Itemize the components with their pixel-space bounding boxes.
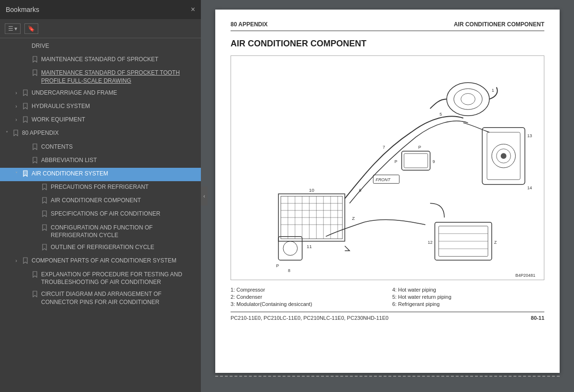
pdf-viewer: 80 APPENDIX AIR CONDITIONER COMPONENT AI… [201,0,574,392]
svg-text:13: 13 [527,133,532,138]
bookmark-item-abbreviation[interactable]: ABBREVIATION LIST [0,154,201,168]
bookmark-label: MAINTENANCE STANDARD OF SPROCKET [39,55,197,64]
legend-item: 5: Hot water return piping [392,294,544,300]
expand-icon-work-equip[interactable]: › [11,117,21,123]
svg-text:6: 6 [359,188,362,193]
pdf-diagram: 10 11 Z 1 5 [231,55,544,280]
bookmark-label: COMPONENT PARTS OF AIR CONDITIONER SYSTE… [30,257,197,265]
svg-text:12: 12 [428,240,432,245]
bookmark-item-component-parts[interactable]: ›COMPONENT PARTS OF AIR CONDITIONER SYST… [0,255,201,268]
bookmark-item-ac-system[interactable]: ˅AIR CONDITIONER SYSTEM [0,168,201,181]
bookmark-label: AIR CONDITIONER SYSTEM [30,170,197,178]
bookmark-label: WORK EQUIPMENT [30,116,197,124]
bookmark-item-ac-component[interactable]: AIR CONDITIONER COMPONENT [0,195,201,208]
pdf-header-right: AIR CONDITIONER COMPONENT [454,21,544,28]
expand-icon-appendix[interactable]: ˅ [2,130,11,137]
bookmark-flag-icon [31,56,39,65]
bookmark-flag-icon [40,210,49,219]
diagram-code: B4P20481 [516,273,536,278]
expand-icon-undercarriage[interactable]: › [11,90,21,97]
bookmark-label: CIRCUIT DIAGRAM AND ARRANGEMENT OF CONNE… [39,290,197,306]
svg-text:P: P [276,263,279,268]
pdf-page-title: AIR CONDITIONER COMPONENT [231,39,544,49]
svg-text:9: 9 [432,159,435,164]
svg-text:1: 1 [492,88,494,93]
bookmark-item-config-function[interactable]: CONFIGURATION AND FUNCTION OF REFRIGERAT… [0,222,201,242]
pdf-header-left: 80 APPENDIX [231,21,268,28]
bookmark-label: DRIVE [30,42,197,50]
diagram-svg: 10 11 Z 1 5 [231,56,544,280]
legend-item: 1: Compressor [231,287,383,293]
bookmark-item-explanation[interactable]: EXPLANATION OF PROCEDURE FOR TESTING AND… [0,269,201,289]
pdf-legend: 1: Compressor4: Hot water piping2: Conde… [231,287,544,307]
bookmark-label: EXPLANATION OF PROCEDURE FOR TESTING AND… [39,271,197,287]
dropdown-icon: ▾ [14,25,17,32]
svg-point-27 [501,153,507,159]
bookmark-flag-icon [31,157,39,166]
bookmark-flag-icon [40,184,49,193]
svg-text:FRONT: FRONT [375,177,390,182]
bookmark-flag-icon [40,197,49,206]
bookmarks-panel: Bookmarks × ☰ ▾ 🔖 DRIVEMAINTENANCE STAND… [0,0,201,392]
svg-text:P: P [395,159,397,164]
svg-text:10: 10 [309,187,315,193]
legend-item: 2: Condenser [231,294,383,300]
page-separator [215,376,560,377]
bookmark-flag-icon [31,271,39,280]
legend-item: 4: Hot water piping [392,287,544,293]
bookmark-flag-icon [21,89,30,98]
bookmark-item-drive[interactable]: DRIVE [0,40,201,54]
bookmarks-title: Bookmarks [6,6,39,13]
svg-text:14: 14 [527,185,532,190]
svg-text:5: 5 [440,112,442,117]
legend-item: 3: Modulator(Containing desiccant) [231,301,383,307]
svg-text:Z: Z [352,216,355,221]
pdf-page-number: 80-11 [531,315,544,321]
bookmark-label: CONFIGURATION AND FUNCTION OF REFRIGERAT… [49,224,197,240]
bookmark-item-contents[interactable]: CONTENTS [0,141,201,154]
bookmark-flag-icon [21,103,30,112]
pdf-footer-models: PC210-11E0, PC210LC-11E0, PC210NLC-11E0,… [231,315,388,321]
svg-text:Z: Z [494,240,497,245]
bookmark-icon: 🔖 [28,25,35,32]
bookmark-item-specifications[interactable]: SPECIFICATIONS OF AIR CONDITIONER [0,208,201,221]
bookmark-item-appendix[interactable]: ˅80 APPENDIX [0,127,201,141]
bookmarks-list: DRIVEMAINTENANCE STANDARD OF SPROCKETMAI… [0,38,201,392]
bookmark-flag-icon [21,170,30,179]
bookmark-item-undercarriage[interactable]: ›UNDERCARRIAGE AND FRAME [0,87,201,100]
bookmark-label: HYDRAULIC SYSTEM [30,102,197,110]
bookmark-label: UNDERCARRIAGE AND FRAME [30,89,197,97]
svg-text:11: 11 [307,244,312,249]
pdf-header: 80 APPENDIX AIR CONDITIONER COMPONENT [231,21,544,31]
bookmark-flag-icon [21,116,30,125]
expand-icon-hydraulic[interactable]: › [11,103,21,110]
toolbar-bookmark-button[interactable]: 🔖 [24,23,38,34]
svg-text:8: 8 [288,268,290,273]
bookmark-label: ABBREVIATION LIST [39,156,197,164]
bookmark-label: MAINTENANCE STANDARD OF SPROCKET TOOTH P… [39,69,197,85]
bookmark-item-hydraulic[interactable]: ›HYDRAULIC SYSTEM [0,100,201,114]
bookmark-flag-icon [31,69,39,78]
bookmark-flag-icon [21,257,30,266]
collapse-panel-button[interactable]: ‹ [201,186,208,206]
bookmark-label: 80 APPENDIX [20,129,197,137]
bookmark-label: PRECAUTIONS FOR REFRIGERANT [49,183,197,191]
bookmark-flag-icon [31,143,39,152]
toolbar-menu-button[interactable]: ☰ ▾ [5,23,21,34]
expand-icon-component-parts[interactable]: › [11,258,21,264]
bookmark-item-maint-sprocket-tooth[interactable]: MAINTENANCE STANDARD OF SPROCKET TOOTH P… [0,67,201,87]
menu-icon: ☰ [8,25,13,32]
bookmark-label: AIR CONDITIONER COMPONENT [49,196,197,205]
bookmark-item-outline[interactable]: OUTLINE OF REFRIGERATION CYCLE [0,241,201,255]
bookmark-item-precautions[interactable]: PRECAUTIONS FOR REFRIGERANT [0,181,201,195]
bookmark-item-circuit-diagram[interactable]: CIRCUIT DIAGRAM AND ARRANGEMENT OF CONNE… [0,288,201,308]
bookmark-item-work-equip[interactable]: ›WORK EQUIPMENT [0,114,201,127]
bookmark-label: CONTENTS [39,143,197,151]
bookmark-label: OUTLINE OF REFRIGERATION CYCLE [49,243,197,251]
pdf-footer: PC210-11E0, PC210LC-11E0, PC210NLC-11E0,… [231,312,544,321]
svg-text:P: P [418,145,421,150]
close-button[interactable]: × [191,6,195,13]
pdf-page: 80 APPENDIX AIR CONDITIONER COMPONENT AI… [215,10,560,373]
expand-icon-ac-system[interactable]: ˅ [11,171,21,177]
bookmark-item-maint-sprocket[interactable]: MAINTENANCE STANDARD OF SPROCKET [0,54,201,67]
